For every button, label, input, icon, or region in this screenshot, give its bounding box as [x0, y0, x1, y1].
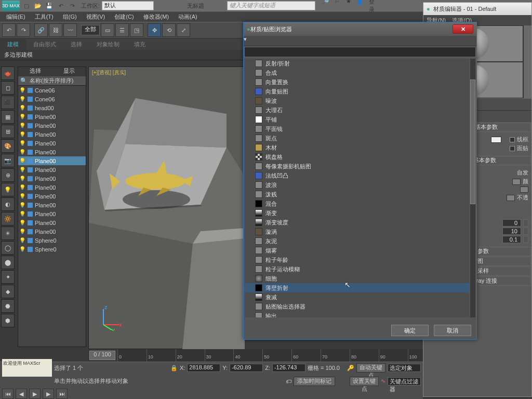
- list-item[interactable]: 每像素摄影机贴图: [245, 162, 469, 171]
- left-tool-icon[interactable]: ◯: [1, 241, 15, 255]
- cancel-button[interactable]: 取消: [434, 325, 471, 336]
- left-tool-icon[interactable]: ◐: [1, 197, 15, 211]
- timeline[interactable]: 0 / 100 0102030405060708090100: [88, 349, 423, 362]
- scene-tab-select[interactable]: 选择: [18, 67, 52, 76]
- left-tool-icon[interactable]: ✦: [1, 270, 15, 284]
- list-item[interactable]: 混合: [245, 199, 469, 208]
- move-button[interactable]: ✥: [148, 23, 161, 37]
- scene-list-item[interactable]: 💡Plane00: [18, 121, 86, 130]
- visibility-icon[interactable]: 💡: [19, 237, 25, 243]
- list-item[interactable]: 平铺: [245, 115, 469, 124]
- scene-list-item[interactable]: 💡Sphere0: [18, 245, 86, 254]
- redo-button[interactable]: ↷: [17, 23, 30, 37]
- select-name-button[interactable]: ☰: [115, 23, 129, 37]
- soften-spinner[interactable]: 0.1: [502, 236, 521, 243]
- undo-icon[interactable]: ↶: [56, 1, 65, 10]
- viewport-perspective[interactable]: [+][透视] [真实] z x y: [88, 66, 244, 349]
- browser-titlebar[interactable]: ● 材质/贴图浏览器 ✕: [244, 22, 476, 36]
- scene-list-item[interactable]: 💡Plane00: [18, 156, 86, 165]
- select-rect-button[interactable]: ◳: [130, 23, 143, 37]
- visibility-icon[interactable]: 💡: [19, 131, 25, 137]
- visibility-icon[interactable]: 💡: [19, 123, 25, 128]
- spec-level-spinner[interactable]: 0: [502, 219, 521, 227]
- list-item[interactable]: 薄壁折射: [245, 283, 469, 292]
- visibility-icon[interactable]: 💡: [19, 246, 25, 252]
- user-icon[interactable]: 👤: [356, 0, 364, 14]
- scene-list-item[interactable]: 💡Plane00: [18, 209, 86, 218]
- list-item[interactable]: 衰减: [245, 292, 469, 302]
- left-tool-icon[interactable]: ▦: [1, 110, 15, 124]
- list-item[interactable]: 噪波: [245, 96, 469, 105]
- visibility-icon[interactable]: 💡: [19, 149, 25, 155]
- list-item[interactable]: 贴图输出选择器: [245, 302, 469, 311]
- workspace-select[interactable]: 默认: [102, 1, 154, 10]
- spinner-buttons[interactable]: [523, 228, 528, 235]
- diffuse-swatch[interactable]: [520, 187, 528, 193]
- menu-item[interactable]: 组(G): [59, 12, 81, 22]
- menu-item[interactable]: 工具(T): [31, 12, 58, 22]
- visibility-icon[interactable]: 💡: [19, 96, 25, 102]
- scene-list-item[interactable]: 💡Plane00: [18, 201, 86, 209]
- list-item[interactable]: 粒子年龄: [245, 255, 469, 264]
- visibility-icon[interactable]: 💡: [19, 87, 25, 93]
- list-item[interactable]: 输出: [245, 311, 469, 317]
- ok-button[interactable]: 确定: [391, 325, 429, 336]
- list-item[interactable]: 大理石: [245, 105, 469, 115]
- scene-list-item[interactable]: 💡Cone06: [18, 95, 86, 103]
- menu-item[interactable]: 编辑(E): [2, 12, 30, 22]
- left-tool-icon[interactable]: ◆: [1, 285, 15, 298]
- scale-button[interactable]: ⤢: [177, 23, 190, 37]
- autokey-button[interactable]: 自动关键点: [356, 363, 385, 373]
- play-button[interactable]: ▶: [29, 389, 41, 399]
- visibility-icon[interactable]: 💡: [19, 211, 25, 217]
- list-item[interactable]: 灰泥: [245, 236, 469, 246]
- time-slider[interactable]: 0 / 100: [89, 351, 115, 360]
- star-icon[interactable]: ★: [344, 0, 353, 14]
- list-item[interactable]: 木材: [245, 143, 469, 152]
- visibility-icon[interactable]: 💡: [19, 202, 25, 208]
- list-item[interactable]: 合成: [245, 68, 469, 77]
- list-item[interactable]: 渐变坡度: [245, 218, 469, 227]
- visibility-icon[interactable]: 💡: [19, 220, 25, 225]
- left-tool-icon[interactable]: 🎨: [1, 139, 15, 153]
- scene-list-item[interactable]: 💡Plane00: [18, 218, 86, 227]
- visibility-icon[interactable]: 💡: [19, 105, 25, 111]
- ribbon-tab[interactable]: 建模: [0, 39, 26, 50]
- left-tool-icon[interactable]: 📷: [1, 154, 15, 167]
- save-icon[interactable]: 💾: [45, 1, 54, 10]
- left-tool-icon[interactable]: ⬢: [1, 314, 15, 327]
- browser-search-input[interactable]: [244, 47, 476, 57]
- scene-list-item[interactable]: 💡Plane00: [18, 183, 86, 192]
- material-editor-titlebar[interactable]: ● 材质编辑器 - 01 - Default: [423, 3, 531, 15]
- lock-icon[interactable]: 🔒: [170, 365, 178, 371]
- scene-list-item[interactable]: 💡head00: [18, 103, 86, 112]
- list-item[interactable]: 反射/折射: [245, 59, 469, 68]
- left-tool-icon[interactable]: ⊞: [1, 125, 15, 138]
- key-target-select[interactable]: 选定对象: [388, 364, 421, 372]
- menu-item[interactable]: 动画(A): [174, 12, 202, 22]
- left-tool-icon[interactable]: 🔆: [1, 212, 15, 225]
- left-tool-icon[interactable]: 💡: [1, 183, 15, 196]
- visibility-icon[interactable]: 💡: [19, 114, 25, 119]
- scene-list-item[interactable]: 💡Plane00: [18, 112, 86, 121]
- ribbon-tab[interactable]: 对象绘制: [89, 39, 127, 50]
- scroll-thumb[interactable]: [470, 79, 475, 204]
- scene-header[interactable]: 🔍 名称(按升序排序): [18, 76, 86, 86]
- list-item[interactable]: 细胞: [245, 274, 469, 283]
- browser-scrollbar[interactable]: [470, 59, 475, 317]
- undo-button[interactable]: ↶: [2, 23, 16, 37]
- scene-list-item[interactable]: 💡Plane00: [18, 165, 86, 174]
- list-item[interactable]: 渐变: [245, 208, 469, 218]
- rotate-button[interactable]: ⟲: [162, 23, 176, 37]
- slot-scrollbar[interactable]: [523, 25, 531, 98]
- x-input[interactable]: 2818.885: [187, 364, 220, 372]
- z-input[interactable]: -126.743: [272, 364, 305, 372]
- spinner-buttons[interactable]: [523, 219, 528, 227]
- left-tool-icon[interactable]: ⬣: [1, 299, 15, 313]
- left-tool-icon[interactable]: 🫖: [1, 66, 15, 80]
- list-item[interactable]: 泼贱: [245, 190, 469, 199]
- gloss-spinner[interactable]: 10: [502, 228, 521, 235]
- goto-end-button[interactable]: ⏭: [56, 389, 68, 399]
- scene-tab-display[interactable]: 显示: [52, 67, 86, 76]
- list-item[interactable]: 粒子运动模糊: [245, 264, 469, 274]
